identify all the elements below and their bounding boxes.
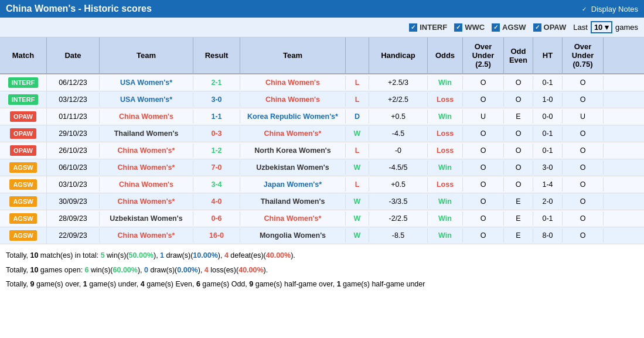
wl-cell: W — [346, 161, 369, 175]
match-badge: OPAW — [10, 111, 36, 122]
ou075-cell: U — [563, 110, 604, 124]
ou075-cell: O — [563, 76, 604, 90]
ou075-cell: O — [563, 177, 604, 192]
badge-cell: AGSW — [0, 159, 47, 176]
table-row: INTERF 06/12/23 USA Women's* 2-1 China W… — [0, 74, 644, 91]
filter-agsw[interactable]: ✓ AGSW — [492, 23, 526, 32]
date-cell: 06/10/23 — [47, 161, 100, 175]
table-row: AGSW 06/10/23 China Women's* 7-0 Uzbekis… — [0, 159, 644, 176]
col-handicap: Handicap — [369, 37, 428, 73]
ou25-cell: U — [463, 110, 504, 124]
team2-cell: Mongolia Women's — [240, 228, 346, 243]
table-row: OPAW 01/11/23 China Women's 1-1 Korea Re… — [0, 108, 644, 125]
summary-line3: Totally, 9 game(s) over, 1 game(s) under… — [6, 278, 638, 291]
summary-line2: Totally, 10 games open: 6 win(s)(60.00%)… — [6, 264, 638, 277]
ou25-cell: O — [463, 161, 504, 175]
column-headers: Match Date Team Result Team Handicap Odd… — [0, 37, 644, 74]
ht-cell: 0-1 — [533, 127, 563, 141]
ht-cell: 3-0 — [533, 161, 563, 175]
badge-cell: OPAW — [0, 125, 47, 142]
odds-cell: Win — [428, 228, 463, 243]
handicap-cell: +0.5 — [369, 177, 428, 192]
badge-cell: AGSW — [0, 193, 47, 210]
filter-opaw[interactable]: ✓ OPAW — [533, 23, 567, 32]
badge-cell: INTERF — [0, 74, 47, 91]
odds-cell: Win — [428, 194, 463, 209]
oe-cell: E — [504, 211, 533, 226]
oe-cell: O — [504, 161, 533, 175]
ht-cell: 8-0 — [533, 228, 563, 243]
match-badge: AGSW — [9, 162, 36, 173]
col-ht: HT — [533, 37, 563, 73]
wwc-checkbox[interactable]: ✓ — [454, 23, 462, 32]
col-match: Match — [0, 37, 47, 73]
filter-bar: ✓ INTERF ✓ WWC ✓ AGSW ✓ OPAW Last 10 ▾ g… — [0, 18, 644, 37]
col-ou25: Over Under (2.5) — [463, 37, 504, 73]
badge-cell: OPAW — [0, 108, 47, 125]
ou25-cell: O — [463, 194, 504, 209]
games-selector: Last 10 ▾ games — [573, 21, 638, 33]
ou25-cell: O — [463, 76, 504, 90]
team1-cell: China Women's — [100, 177, 193, 192]
ht-cell: 2-0 — [533, 194, 563, 209]
ou075-cell: O — [563, 161, 604, 175]
result-cell: 3-0 — [193, 93, 240, 107]
table-row: AGSW 28/09/23 Uzbekistan Women's 0-6 Chi… — [0, 210, 644, 227]
odds-cell: Loss — [428, 144, 463, 158]
ou075-cell: O — [563, 127, 604, 141]
date-cell: 29/10/23 — [47, 127, 100, 141]
table-row: OPAW 26/10/23 China Women's* 1-2 North K… — [0, 142, 644, 159]
team2-cell: Korea Republic Women's* — [240, 110, 346, 124]
ou25-cell: O — [463, 144, 504, 158]
summary-line1: Totally, 10 match(es) in total: 5 win(s)… — [6, 249, 638, 262]
display-notes-checkbox[interactable]: ✓ — [580, 5, 588, 13]
team2-cell: Japan Women's* — [240, 177, 346, 192]
col-team2: Team — [240, 37, 346, 73]
col-team1: Team — [100, 37, 193, 73]
wl-cell: L — [346, 93, 369, 107]
team1-cell: USA Women's* — [100, 93, 193, 107]
ht-cell: 1-0 — [533, 93, 563, 107]
result-cell: 2-1 — [193, 76, 240, 90]
ou25-cell: O — [463, 228, 504, 243]
result-cell: 7-0 — [193, 161, 240, 175]
date-cell: 30/09/23 — [47, 194, 100, 209]
date-cell: 28/09/23 — [47, 211, 100, 226]
interf-checkbox[interactable]: ✓ — [409, 23, 417, 32]
ou25-cell: O — [463, 127, 504, 141]
ht-cell: 0-0 — [533, 110, 563, 124]
team2-cell: Thailand Women's — [240, 194, 346, 209]
ou075-cell: O — [563, 194, 604, 209]
handicap-cell: +2.5/3 — [369, 76, 428, 90]
display-notes-section: ✓ Display Notes — [580, 5, 638, 13]
ou075-cell: O — [563, 144, 604, 158]
odds-cell: Loss — [428, 93, 463, 107]
agsw-checkbox[interactable]: ✓ — [492, 23, 500, 32]
filter-wwc[interactable]: ✓ WWC — [454, 23, 485, 32]
match-badge: AGSW — [9, 196, 36, 207]
filter-interf[interactable]: ✓ INTERF — [409, 23, 447, 32]
wl-cell: W — [346, 127, 369, 141]
wl-cell: L — [346, 144, 369, 158]
handicap-cell: -2/2.5 — [369, 211, 428, 226]
oe-cell: E — [504, 228, 533, 243]
oe-cell: E — [504, 110, 533, 124]
team2-cell: China Women's — [240, 93, 346, 107]
badge-cell: INTERF — [0, 91, 47, 108]
wl-cell: L — [346, 76, 369, 90]
ou075-cell: O — [563, 211, 604, 226]
match-badge: INTERF — [8, 94, 39, 105]
wl-cell: W — [346, 194, 369, 209]
opaw-checkbox[interactable]: ✓ — [533, 23, 541, 32]
games-select-box[interactable]: 10 ▾ — [591, 21, 612, 33]
summary-section: Totally, 10 match(es) in total: 5 win(s)… — [0, 244, 644, 297]
team1-cell: USA Women's* — [100, 76, 193, 90]
match-badge: OPAW — [10, 128, 36, 139]
team1-cell: China Women's — [100, 110, 193, 124]
wwc-label: WWC — [465, 23, 485, 32]
match-badge: AGSW — [9, 179, 36, 190]
ou075-cell: O — [563, 228, 604, 243]
table-row: AGSW 30/09/23 China Women's* 4-0 Thailan… — [0, 193, 644, 210]
table-row: INTERF 03/12/23 USA Women's* 3-0 China W… — [0, 91, 644, 108]
handicap-cell: -4.5 — [369, 127, 428, 141]
